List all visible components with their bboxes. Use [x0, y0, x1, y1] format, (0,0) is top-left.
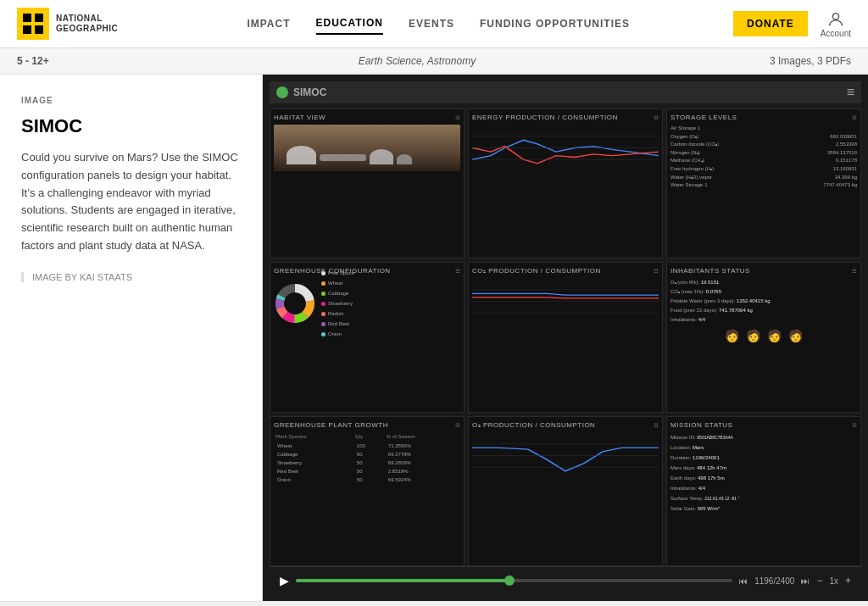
logo-square [17, 8, 49, 40]
svg-rect-4 [35, 25, 43, 34]
dashboard-grid: Habitat View ≡ [270, 108, 861, 566]
resource-count: 3 Images, 3 PDFs [715, 55, 851, 67]
progress-bar[interactable] [296, 579, 732, 582]
nav-impact[interactable]: IMPACT [247, 14, 290, 34]
svg-rect-1 [23, 14, 31, 22]
progress-dot [504, 575, 515, 586]
figure-3: 🧑 [767, 329, 782, 342]
speed-minus[interactable]: − [816, 575, 822, 587]
logo[interactable]: NATIONAL GEOGRAPHIC [17, 8, 118, 40]
plant-growth-table: Plant Species Qty % of Season Wheat10071… [274, 432, 460, 485]
co2-chart-cell: CO₂ Production / Consumption ≡ [468, 262, 663, 412]
nav-events[interactable]: EVENTS [409, 14, 454, 34]
play-button[interactable]: ▶ [280, 574, 289, 587]
table-row: Strawberry5069.2859% [275, 459, 459, 466]
resource-description: Could you survive on Mars? Use the SIMOC… [21, 149, 241, 255]
inhabitants-cell: Inhabitants Status ≡ O₂ (min 8%): 19.515… [666, 262, 861, 412]
storage-table: Air Storage 1 Oxygen (O₂)662.038651 Carb… [670, 125, 857, 190]
figure-2: 🧑 [746, 329, 760, 342]
table-row: Red Beet502.8519% [275, 468, 459, 475]
main-content: IMAGE SIMOC Could you survive on Mars? U… [0, 75, 868, 601]
dashboard-menu-icon[interactable]: ≡ [847, 85, 854, 100]
energy-chart [472, 125, 659, 171]
greenhouse-config-cell: Greenhouse Configuration ≡ [270, 262, 465, 412]
speed-plus[interactable]: + [845, 575, 851, 587]
inhabitants-stats: O₂ (min 8%): 19.5151 CO₂ (max 1%): 0.076… [670, 278, 857, 324]
habitat-view-cell: Habitat View ≡ [270, 108, 465, 259]
mission-stats: Mission ID: 9501AB8C7B3A4A Location: Mar… [670, 432, 857, 514]
greenhouse-donut [274, 282, 316, 325]
figure-4: 🧑 [788, 329, 803, 342]
header: NATIONAL GEOGRAPHIC IMPACT EDUCATION EVE… [0, 0, 868, 48]
account-label: Account [821, 29, 851, 38]
account-icon [826, 10, 845, 29]
o2-chart-cell: O₂ Production / Consumption ≡ [468, 416, 663, 566]
resource-type: IMAGE [21, 96, 241, 105]
greenhouse-legend: Free Space Wheat Cabbage Strawberry Radi… [316, 268, 460, 339]
dashboard-title: SIMOC [276, 86, 326, 98]
o2-chart [472, 432, 659, 479]
svg-point-17 [287, 295, 303, 312]
logo-text: NATIONAL GEOGRAPHIC [56, 14, 118, 34]
skip-fwd-icon[interactable]: ⏭ [801, 576, 810, 586]
subjects: Earth Science, Astronomy [119, 55, 715, 67]
svg-rect-2 [35, 14, 43, 22]
dashboard-header: SIMOC ≡ [270, 81, 861, 103]
thumbnail-strip: IMAGE IMAGE IMAGE [0, 601, 868, 606]
mission-status-cell: Mission Status ≡ Mission ID: 9501AB8C7B3… [666, 416, 861, 566]
donate-button[interactable]: DONATE [733, 11, 808, 36]
figure-1: 🧑 [725, 329, 739, 342]
progress-fill [296, 579, 509, 582]
svg-point-5 [832, 13, 838, 19]
habitat-image [274, 125, 460, 171]
nav-education[interactable]: EDUCATION [316, 13, 383, 35]
right-panel: SIMOC ≡ Habitat View ≡ [263, 75, 868, 601]
skip-back-icon[interactable]: ⏮ [739, 576, 748, 586]
account-area[interactable]: Account [821, 10, 851, 38]
speed-display: 1x [829, 576, 838, 586]
video-controls: ▶ ⏮ 1196/2400 ⏭ − 1x + [270, 566, 861, 594]
greenhouse-donut-area: Free Space Wheat Cabbage Strawberry Radi… [274, 278, 460, 329]
resource-title: SIMOC [21, 115, 241, 137]
image-credit: IMAGE BY KAI STAATS [21, 272, 241, 282]
left-panel: IMAGE SIMOC Could you survive on Mars? U… [0, 75, 263, 601]
storage-levels-cell: Storage Levels ≡ Air Storage 1 Oxygen (O… [666, 108, 861, 259]
table-row: Wheat10071.3550% [275, 442, 459, 449]
nav-funding[interactable]: FUNDING OPPORTUNITIES [480, 14, 630, 34]
header-right: DONATE Account [733, 10, 851, 38]
main-nav: IMPACT EDUCATION EVENTS FUNDING OPPORTUN… [143, 13, 733, 35]
subheader: 5 - 12+ Earth Science, Astronomy 3 Image… [0, 48, 868, 75]
inhabitants-area: O₂ (min 8%): 19.5151 CO₂ (max 1%): 0.076… [670, 278, 857, 342]
frame-counter: 1196/2400 [754, 576, 794, 586]
table-row: Onion5069.5924% [275, 476, 459, 483]
inhabitants-figures: 🧑 🧑 🧑 🧑 [670, 329, 857, 342]
svg-rect-3 [23, 25, 31, 34]
simoc-logo-icon [276, 86, 288, 98]
viewer-area: SIMOC ≡ Habitat View ≡ [263, 75, 868, 601]
table-row: Cabbage5069.2778% [275, 451, 459, 458]
simoc-dashboard: SIMOC ≡ Habitat View ≡ [263, 75, 868, 601]
age-range: 5 - 12+ [17, 55, 119, 67]
energy-chart-cell: Energy Production / Consumption ≡ [468, 108, 663, 259]
plant-growth-cell: Greenhouse Plant Growth ≡ Plant Species … [270, 416, 465, 566]
co2-chart [472, 278, 659, 325]
